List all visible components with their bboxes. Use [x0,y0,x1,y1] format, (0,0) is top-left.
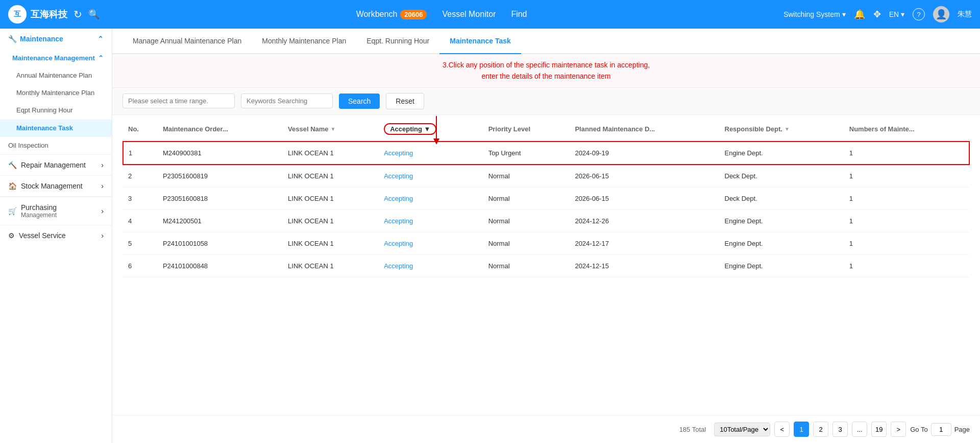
sidebar-item-maintenance-task[interactable]: Maintenance Task [0,120,112,137]
prev-page-button[interactable]: < [774,422,790,437]
cell-vessel: LINK OCEAN 1 [283,209,379,232]
cell-vessel: LINK OCEAN 1 [283,232,379,254]
page-2-button[interactable]: 2 [813,422,828,437]
tab-eqpt[interactable]: Eqpt. Running Hour [356,29,439,54]
cell-dept: Engine Dept. [720,254,844,277]
sidebar-maintenance-header[interactable]: 🔧 Maintenance ⌃ [0,29,112,49]
chevron-down-icon: ▾ [842,10,846,18]
logo-icon: 互 [8,5,27,24]
cell-order: M240900381 [158,142,283,165]
table-row[interactable]: 5P24101001058LINK OCEAN 1AcceptingNormal… [123,232,969,254]
cell-order: P24101000848 [158,254,283,277]
col-dept: Responsible Dept. ▼ [720,117,844,142]
search-icon[interactable]: 🔍 [88,9,100,20]
cell-accepting[interactable]: Accepting [379,254,483,277]
cell-accepting[interactable]: Accepting [379,142,483,165]
sidebar-item-annual-plan[interactable]: Annual Maintenance Plan [0,67,112,84]
goto-input[interactable] [931,423,951,436]
app-logo[interactable]: 互 互海科技 [8,5,67,24]
repair-mgmt-label: Repair Management [21,161,86,169]
pagination: 185 Total 10Total/Page < 1 2 3 ... 19 > … [112,415,980,443]
sidebar-vessel-service[interactable]: ⚙ Vessel Service › [0,225,112,246]
switching-system-button[interactable]: Switching System ▾ [783,10,845,18]
sidebar-item-oil-inspection[interactable]: Oil Inspection [0,137,112,154]
dept-sort-icon[interactable]: ▼ [785,126,790,132]
cell-no: 5 [123,232,158,254]
find-link[interactable]: Find [511,10,527,19]
search-button[interactable]: Search [339,94,380,109]
table-row[interactable]: 1M240900381LINK OCEAN 1AcceptingTop Urge… [123,142,969,165]
vessel-service-label: Vessel Service [19,231,66,240]
page-1-button[interactable]: 1 [794,422,809,437]
page-label: Page [954,426,970,433]
col-no: No. [123,117,158,142]
page-3-button[interactable]: 3 [832,422,848,437]
table-row[interactable]: 2P23051600819LINK OCEAN 1AcceptingNormal… [123,165,969,188]
sidebar-repair-mgmt[interactable]: 🔨 Repair Management › [0,154,112,175]
language-selector[interactable]: EN ▾ [889,10,904,18]
tab-task[interactable]: Maintenance Task [439,29,521,54]
pagination-total: 185 Total [679,426,706,433]
table-row[interactable]: 3P23051600818LINK OCEAN 1AcceptingNormal… [123,187,969,209]
avatar[interactable]: 👤 [933,6,949,22]
filter-bar: Search Reset [112,88,980,115]
cell-vessel: LINK OCEAN 1 [283,254,379,277]
cell-vessel: LINK OCEAN 1 [283,165,379,188]
tab-annual[interactable]: Manage Annual Maintenance Plan [122,29,252,54]
cell-accepting[interactable]: Accepting [379,187,483,209]
table-header-row: No. Maintenance Order... Vessel Name ▼ [123,117,969,142]
sidebar-item-eqpt-running[interactable]: Eqpt Running Hour [0,102,112,119]
time-range-input[interactable] [122,94,235,108]
table-row[interactable]: 4M241200501LINK OCEAN 1AcceptingNormal20… [123,209,969,232]
sidebar-item-monthly-plan[interactable]: Monthly Maintenance Plan [0,84,112,102]
page-last-button[interactable]: 19 [871,422,887,437]
tab-bar: Manage Annual Maintenance Plan Monthly M… [112,29,980,54]
col-accepting: Accepting ▼ [379,117,483,142]
col-priority: Priority Level [483,117,570,142]
cell-order: P23051600819 [158,165,283,188]
cell-numbers: 1 [844,165,969,188]
cell-planned-date: 2024-12-17 [570,232,719,254]
cell-numbers: 1 [844,142,969,165]
sidebar-maintenance-mgmt-header[interactable]: Maintenance Management ⌃ [0,49,112,67]
table-row[interactable]: 6P24101000848LINK OCEAN 1AcceptingNormal… [123,254,969,277]
sidebar-stock-mgmt[interactable]: 🏠 Stock Management › [0,175,112,196]
help-icon[interactable]: ? [913,8,925,20]
cell-planned-date: 2024-09-19 [570,142,719,165]
vessel-monitor-link[interactable]: Vessel Monitor [442,10,496,19]
cell-accepting[interactable]: Accepting [379,232,483,254]
next-page-button[interactable]: > [891,422,906,437]
cell-numbers: 1 [844,209,969,232]
workbench-nav[interactable]: Workbench 20606 [356,10,427,19]
cell-order: P24101001058 [158,232,283,254]
cell-planned-date: 2024-12-15 [570,254,719,277]
cell-no: 3 [123,187,158,209]
bell-icon[interactable]: 🔔 [854,9,865,20]
repair-icon: 🔨 [8,161,17,169]
sidebar-purchasing-section: 🛒 Purchasing Management › [0,196,112,225]
guidance-banner: 3.Click any position of the specific mai… [112,54,980,88]
back-icon[interactable]: ↻ [74,8,82,20]
cell-priority: Normal [483,254,570,277]
sidebar-maintenance-mgmt-label: Maintenance Management [12,54,95,62]
keyword-search-input[interactable] [241,94,333,108]
cell-accepting[interactable]: Accepting [379,165,483,188]
sidebar-purchasing-header[interactable]: 🛒 Purchasing Management › [0,197,112,225]
main-content: Manage Annual Maintenance Plan Monthly M… [112,29,980,443]
accepting-sort-icon[interactable]: ▼ [424,125,431,133]
cell-accepting[interactable]: Accepting [379,209,483,232]
accepting-circle-label: Accepting ▼ [384,123,436,135]
pagination-goto: Go To Page [910,423,970,436]
reset-button[interactable]: Reset [386,93,424,109]
vessel-sort-icon[interactable]: ▼ [331,126,336,132]
per-page-select[interactable]: 10Total/Page [714,423,770,436]
sidebar-maintenance-label: Maintenance [20,35,63,43]
cell-numbers: 1 [844,187,969,209]
fullscreen-icon[interactable]: ✥ [873,9,881,20]
table-area: No. Maintenance Order... Vessel Name ▼ [112,115,980,415]
cell-planned-date: 2026-06-15 [570,165,719,188]
tab-monthly[interactable]: Monthly Maintenance Plan [252,29,356,54]
stock-mgmt-label: Stock Management [21,182,83,190]
repair-chevron-icon: › [101,161,104,169]
maintenance-icon: 🔧 [8,35,17,43]
